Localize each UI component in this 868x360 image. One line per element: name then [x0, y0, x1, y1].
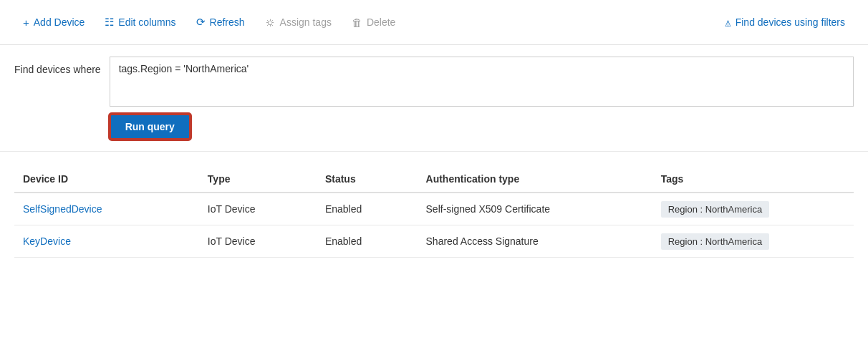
refresh-icon: ⟳ [196, 16, 206, 29]
col-header-tags: Tags [652, 166, 854, 193]
toolbar-left: + Add Device ☷ Edit columns ⟳ Refresh ⛭ … [14, 11, 713, 33]
col-header-type: Type [199, 166, 317, 193]
tag-icon: ⛭ [265, 16, 276, 29]
delete-label: Delete [367, 16, 395, 28]
col-header-auth-type: Authentication type [418, 166, 652, 193]
device-id-link[interactable]: KeyDevice [23, 235, 71, 247]
type-cell: IoT Device [199, 225, 317, 258]
query-right: tags.Region = 'NorthAmerica' Run query [110, 57, 854, 140]
device-id-link[interactable]: SelfSignedDevice [23, 203, 102, 215]
refresh-label: Refresh [210, 16, 245, 28]
query-input[interactable]: tags.Region = 'NorthAmerica' [110, 57, 854, 107]
tags-cell: Region : NorthAmerica [652, 225, 854, 258]
delete-icon: 🗑 [352, 16, 362, 29]
table-row: KeyDeviceIoT DeviceEnabledShared Access … [14, 225, 854, 258]
toolbar-right: ⍋ Find devices using filters [716, 12, 854, 33]
col-header-status: Status [317, 166, 418, 193]
edit-columns-label: Edit columns [118, 16, 175, 28]
auth-type-cell: Shared Access Signature [418, 225, 652, 258]
type-cell: IoT Device [199, 193, 317, 225]
edit-columns-button[interactable]: ☷ Edit columns [96, 11, 184, 33]
assign-tags-label: Assign tags [280, 16, 332, 28]
auth-type-cell: Self-signed X509 Certificate [418, 193, 652, 225]
col-header-device-id: Device ID [14, 166, 199, 193]
query-label: Find devices where [14, 57, 101, 75]
toolbar: + Add Device ☷ Edit columns ⟳ Refresh ⛭ … [0, 0, 868, 45]
plus-icon: + [23, 16, 29, 29]
tag-badge: Region : NorthAmerica [661, 201, 770, 218]
table-section: Device ID Type Status Authentication typ… [0, 152, 868, 272]
assign-tags-button[interactable]: ⛭ Assign tags [256, 12, 340, 33]
refresh-button[interactable]: ⟳ Refresh [188, 11, 254, 33]
add-device-button[interactable]: + Add Device [14, 12, 93, 33]
table-row: SelfSignedDeviceIoT DeviceEnabledSelf-si… [14, 193, 854, 225]
query-section: Find devices where tags.Region = 'NorthA… [0, 45, 868, 152]
device-id-cell: KeyDevice [14, 225, 199, 258]
add-device-label: Add Device [34, 16, 85, 28]
table-header: Device ID Type Status Authentication typ… [14, 166, 854, 193]
find-devices-label: Find devices using filters [736, 16, 845, 28]
filter-icon: ⍋ [725, 16, 731, 29]
run-query-button[interactable]: Run query [110, 114, 191, 140]
tag-badge: Region : NorthAmerica [661, 233, 770, 250]
status-cell: Enabled [317, 225, 418, 258]
devices-table: Device ID Type Status Authentication typ… [14, 166, 854, 258]
tags-cell: Region : NorthAmerica [652, 193, 854, 225]
find-devices-button[interactable]: ⍋ Find devices using filters [716, 12, 854, 33]
table-body: SelfSignedDeviceIoT DeviceEnabledSelf-si… [14, 193, 854, 258]
columns-icon: ☷ [105, 16, 114, 29]
status-cell: Enabled [317, 193, 418, 225]
device-id-cell: SelfSignedDevice [14, 193, 199, 225]
delete-button[interactable]: 🗑 Delete [343, 12, 404, 33]
